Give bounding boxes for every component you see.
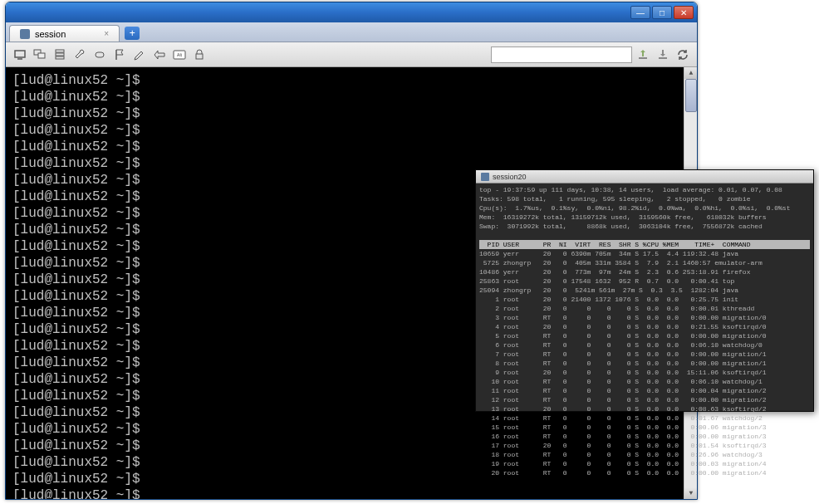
minimize-button[interactable]: — [630,6,650,19]
svg-rect-6 [56,56,64,59]
upload-icon[interactable] [634,46,652,64]
svg-rect-0 [15,51,25,57]
scroll-thumb[interactable] [685,79,697,112]
terminal-icon [481,173,489,181]
svg-rect-3 [38,53,45,58]
terminal-icon [20,29,30,39]
brush-icon[interactable] [130,46,149,64]
svg-text:Alt: Alt [177,52,182,57]
refresh-icon[interactable] [674,46,692,64]
lock-icon[interactable] [190,46,208,64]
sessions-icon[interactable] [31,46,49,64]
svg-rect-7 [96,52,104,57]
tab-close-icon[interactable]: × [104,29,109,38]
toolbar: Alt [6,42,697,67]
maximize-button[interactable]: □ [652,6,672,19]
search-input[interactable] [491,46,632,63]
svg-rect-13 [659,57,667,59]
servers-icon[interactable] [51,46,69,64]
monitor-icon[interactable] [11,46,29,64]
popup-titlebar[interactable]: session20 [476,170,813,183]
scroll-up-arrow[interactable]: ▲ [684,67,697,79]
popup-title: session20 [493,173,527,181]
new-tab-button[interactable]: + [125,27,140,40]
alt-key-icon[interactable]: Alt [170,46,189,64]
svg-rect-4 [56,50,64,52]
titlebar[interactable]: — □ ✕ [6,2,697,22]
top-output: top - 19:37:59 up 111 days, 10:38, 14 us… [476,183,813,479]
close-button[interactable]: ✕ [674,6,694,19]
svg-rect-12 [639,57,647,59]
download-icon[interactable] [654,46,672,64]
svg-rect-11 [196,54,203,59]
log-icon[interactable] [150,46,169,64]
games-icon[interactable] [91,46,109,64]
svg-rect-5 [56,53,64,56]
tab-label: session [35,29,66,39]
popup-window[interactable]: session20 top - 19:37:59 up 111 days, 10… [475,169,814,412]
tools-icon[interactable] [71,46,89,64]
flag-icon[interactable] [110,46,129,64]
scroll-down-arrow[interactable]: ▼ [684,487,697,499]
tab-bar: session × + [6,22,697,42]
tab-session[interactable]: session × [9,25,120,42]
